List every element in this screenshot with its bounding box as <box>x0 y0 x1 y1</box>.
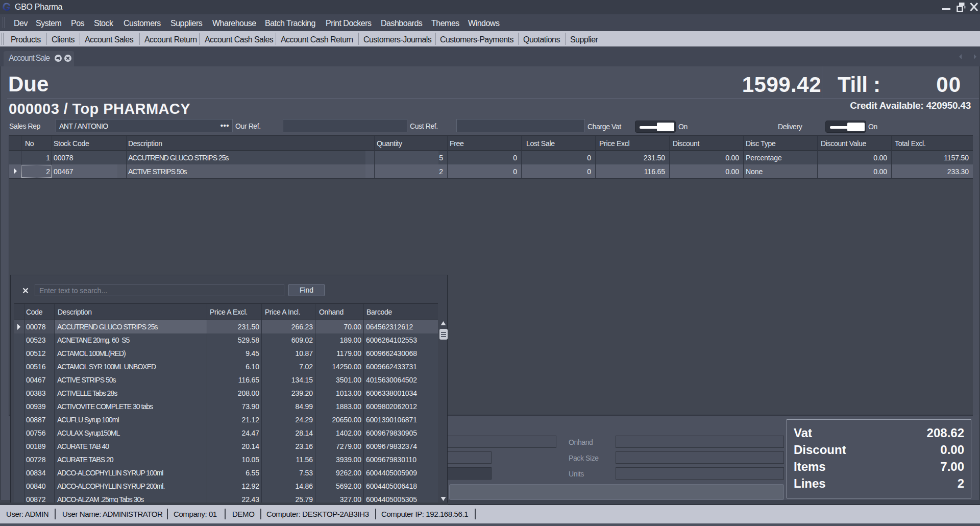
svg-text:G: G <box>2 1 12 13</box>
